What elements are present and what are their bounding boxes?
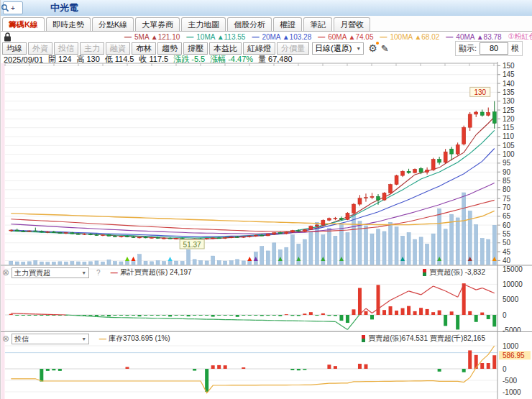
netbuy-bar xyxy=(193,315,196,316)
volume-bar xyxy=(52,262,55,265)
price-axis-label: 110 xyxy=(503,132,514,140)
volume-bar xyxy=(272,243,276,265)
bars-count-input[interactable] xyxy=(480,42,508,55)
tab-3[interactable]: 分點K線 xyxy=(92,17,134,31)
toolbar-button-投信[interactable]: 投信 xyxy=(54,42,78,55)
candle-body xyxy=(40,231,43,232)
toolbar-button-融資[interactable]: 融資 xyxy=(106,42,130,55)
candle-body xyxy=(162,238,166,239)
toolbar-button-均線[interactable]: 均線 xyxy=(2,42,27,55)
volume-bar xyxy=(138,254,142,265)
candle-body xyxy=(327,219,331,220)
netbuy-bar xyxy=(266,315,270,316)
volume-bar xyxy=(22,262,25,265)
ma-legend-text: 5MA ▲121.10 xyxy=(134,33,180,41)
candle-body xyxy=(438,159,441,162)
trust-netbuy-bar xyxy=(364,364,367,369)
panel3-header: ⊗ 投信 ▼ — 庫存3703.695 (1%) 買賣超(張)674.531 買… xyxy=(2,333,491,344)
netbuy-bar xyxy=(205,315,208,316)
volume-bar xyxy=(413,239,417,265)
netbuy-bar xyxy=(27,315,31,316)
main-candlestick-chart[interactable]: 1501451401351301251201151101051009590858… xyxy=(1,62,532,266)
netbuy-bar xyxy=(401,308,405,315)
tab-1[interactable]: 籌碼K線 xyxy=(2,17,45,31)
price-axis-label: 50 xyxy=(503,239,511,247)
toolbar-button-本益比[interactable]: 本益比 xyxy=(209,42,242,55)
panel3-select-value: 投信 xyxy=(14,334,29,344)
ma-line-swatch: — xyxy=(318,33,325,41)
price-axis-label: 100 xyxy=(503,150,515,158)
netbuy-bar xyxy=(248,315,252,316)
panel3-axis-label: 0 xyxy=(503,365,507,373)
panel2-indicator-select[interactable]: 主力買賣超 ▼ xyxy=(12,267,89,278)
candle-body xyxy=(334,218,337,219)
volume-bar xyxy=(40,262,43,265)
toolbar-button-主力[interactable]: 主力 xyxy=(80,42,104,55)
tab-5[interactable]: 主力地圖 xyxy=(181,17,226,31)
cumulative-line-seg xyxy=(488,290,495,293)
netbuy-bar xyxy=(119,315,123,316)
volume-bar xyxy=(346,233,349,265)
netbuy-bar xyxy=(107,315,111,316)
panel3-close-icon[interactable]: ⊗ xyxy=(2,334,9,344)
candle-body xyxy=(113,236,116,237)
ma5-line xyxy=(11,117,494,239)
netbuy-bar xyxy=(272,315,276,316)
toolbar-button-分價量[interactable]: 分價量 xyxy=(277,42,309,55)
lock-icon[interactable] xyxy=(4,32,12,42)
tab-2[interactable]: 即時走勢 xyxy=(46,17,91,31)
tab-8[interactable]: 筆記 xyxy=(303,17,332,31)
volume-bar xyxy=(327,228,331,265)
candle-body xyxy=(339,218,343,219)
panel3-indicator-select[interactable]: 投信 ▼ xyxy=(12,334,89,344)
candle-body xyxy=(83,234,86,234)
price-axis-label: 140 xyxy=(503,80,515,88)
event-marker xyxy=(168,257,173,261)
volume-bar xyxy=(162,262,166,265)
netbuy-bar xyxy=(162,315,166,316)
candle-body xyxy=(266,234,270,236)
stock-chart-app: + 中光電 籌碼K線即時走勢分點K線大單券商主力地圖個股分析權證筆記月營收 —5… xyxy=(0,0,532,399)
period-select[interactable]: 日線(還原) ▼ xyxy=(312,42,364,55)
help-icon[interactable]: ? xyxy=(96,269,101,277)
toolbar-button-撐壓[interactable]: 撐壓 xyxy=(183,42,208,55)
candle-body xyxy=(168,238,172,239)
volume-bar xyxy=(462,193,466,265)
volume-bar xyxy=(119,262,123,265)
toolbar-button-趨勢[interactable]: 趨勢 xyxy=(157,42,182,55)
price-axis-label: 85 xyxy=(503,177,511,185)
candle-body xyxy=(278,233,282,234)
netbuy-bar xyxy=(229,315,233,316)
netbuy-bar xyxy=(339,315,343,321)
price-axis-label: 120 xyxy=(503,115,515,123)
netbuy-bar xyxy=(242,315,245,316)
panel2-close-icon[interactable]: ⊗ xyxy=(2,267,9,278)
netbuy-bar xyxy=(395,311,398,315)
tab-4[interactable]: 大單券商 xyxy=(135,17,180,31)
gear-icon[interactable]: ⚙ xyxy=(368,43,377,53)
tab-7[interactable]: 權證 xyxy=(273,17,302,31)
volume-bar xyxy=(377,229,380,265)
volume-bar xyxy=(193,260,196,265)
chevron-down-icon: ▼ xyxy=(81,334,86,344)
toolbar-button-外資[interactable]: 外資 xyxy=(28,42,52,55)
volume-bar xyxy=(199,260,203,265)
candle-body xyxy=(413,169,417,173)
ma-legend-text: 10MA ▲113.55 xyxy=(196,33,245,41)
stock-search-zoom-button[interactable]: + xyxy=(3,1,23,14)
price-axis-label: 45 xyxy=(503,248,511,256)
volume-bar xyxy=(236,260,239,265)
candle-body xyxy=(70,233,74,234)
draw-pencil-icon[interactable]: ✎ xyxy=(381,43,389,54)
toolbar-button-紅綠燈[interactable]: 紅綠燈 xyxy=(243,42,275,55)
tab-9[interactable]: 月營收 xyxy=(334,17,370,31)
netbuy-bar xyxy=(199,315,203,316)
netbuy-bar xyxy=(352,309,355,315)
trust-netbuy-bar xyxy=(480,363,484,369)
tab-6[interactable]: 個股分析 xyxy=(227,17,272,31)
candle-body xyxy=(205,239,208,239)
toolbar-button-布林[interactable]: 布林 xyxy=(132,42,156,55)
candle-body xyxy=(487,112,490,115)
netbuy-bar xyxy=(474,315,478,322)
netbuy-bar xyxy=(9,314,13,315)
